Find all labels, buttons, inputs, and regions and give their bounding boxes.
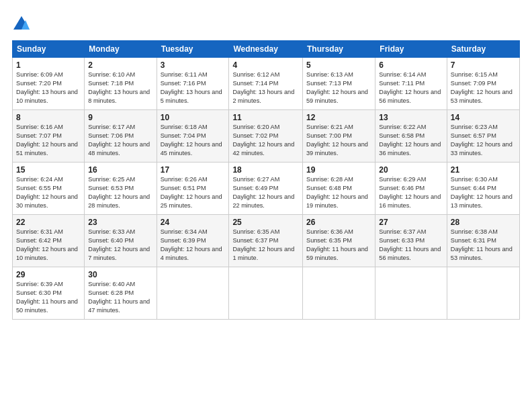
calendar-cell	[447, 267, 519, 320]
calendar-cell: 29Sunrise: 6:39 AMSunset: 6:30 PMDayligh…	[13, 267, 85, 320]
calendar-cell: 9Sunrise: 6:17 AMSunset: 7:06 PMDaylight…	[85, 110, 157, 163]
weekday-header-row: SundayMondayTuesdayWednesdayThursdayFrid…	[13, 41, 520, 58]
day-number: 8	[16, 113, 81, 122]
calendar-cell: 19Sunrise: 6:28 AMSunset: 6:48 PMDayligh…	[303, 163, 375, 215]
calendar-cell: 3Sunrise: 6:11 AMSunset: 7:16 PMDaylight…	[157, 58, 229, 110]
calendar-week-row: 8Sunrise: 6:16 AMSunset: 7:07 PMDaylight…	[13, 110, 520, 163]
day-number: 22	[16, 218, 81, 227]
day-number: 16	[88, 165, 152, 175]
calendar-cell: 15Sunrise: 6:24 AMSunset: 6:55 PMDayligh…	[13, 163, 85, 215]
calendar-week-row: 22Sunrise: 6:31 AMSunset: 6:42 PMDayligh…	[13, 215, 520, 267]
calendar-cell: 1Sunrise: 6:09 AMSunset: 7:20 PMDaylight…	[13, 58, 85, 110]
calendar-cell	[157, 267, 229, 320]
calendar-cell: 20Sunrise: 6:29 AMSunset: 6:46 PMDayligh…	[375, 163, 447, 215]
calendar-cell: 6Sunrise: 6:14 AMSunset: 7:11 PMDaylight…	[375, 58, 447, 110]
weekday-header-cell: Saturday	[447, 41, 519, 58]
calendar-cell: 10Sunrise: 6:18 AMSunset: 7:04 PMDayligh…	[157, 110, 229, 163]
calendar-cell: 22Sunrise: 6:31 AMSunset: 6:42 PMDayligh…	[13, 215, 85, 267]
calendar-cell	[303, 267, 375, 320]
calendar-cell: 14Sunrise: 6:23 AMSunset: 6:57 PMDayligh…	[447, 110, 519, 163]
calendar-cell: 5Sunrise: 6:13 AMSunset: 7:13 PMDaylight…	[303, 58, 375, 110]
day-detail: Sunrise: 6:25 AMSunset: 6:53 PMDaylight:…	[88, 176, 150, 209]
day-detail: Sunrise: 6:31 AMSunset: 6:42 PMDaylight:…	[16, 228, 78, 261]
calendar-week-row: 1Sunrise: 6:09 AMSunset: 7:20 PMDaylight…	[13, 58, 520, 110]
calendar-cell: 25Sunrise: 6:35 AMSunset: 6:37 PMDayligh…	[229, 215, 303, 267]
day-detail: Sunrise: 6:18 AMSunset: 7:04 PMDaylight:…	[161, 124, 222, 156]
day-detail: Sunrise: 6:10 AMSunset: 7:18 PMDaylight:…	[88, 71, 150, 104]
calendar-cell: 7Sunrise: 6:15 AMSunset: 7:09 PMDaylight…	[447, 58, 519, 110]
day-number: 23	[88, 218, 152, 227]
day-detail: Sunrise: 6:09 AMSunset: 7:20 PMDaylight:…	[16, 71, 78, 104]
weekday-header-cell: Thursday	[303, 41, 375, 58]
day-detail: Sunrise: 6:17 AMSunset: 7:06 PMDaylight:…	[88, 124, 150, 156]
day-number: 19	[306, 165, 371, 175]
logo	[12, 15, 32, 34]
day-number: 14	[451, 113, 516, 122]
day-detail: Sunrise: 6:33 AMSunset: 6:40 PMDaylight:…	[88, 228, 150, 261]
day-detail: Sunrise: 6:22 AMSunset: 6:58 PMDaylight:…	[379, 124, 441, 156]
day-detail: Sunrise: 6:40 AMSunset: 6:28 PMDaylight:…	[88, 281, 150, 314]
day-number: 4	[232, 60, 299, 70]
day-detail: Sunrise: 6:37 AMSunset: 6:33 PMDaylight:…	[379, 228, 441, 261]
weekday-header-cell: Sunday	[13, 41, 85, 58]
calendar-cell: 12Sunrise: 6:21 AMSunset: 7:00 PMDayligh…	[303, 110, 375, 163]
day-number: 28	[451, 218, 516, 227]
calendar-cell: 28Sunrise: 6:38 AMSunset: 6:31 PMDayligh…	[447, 215, 519, 267]
calendar-cell: 16Sunrise: 6:25 AMSunset: 6:53 PMDayligh…	[85, 163, 157, 215]
day-number: 2	[88, 60, 152, 70]
day-number: 12	[306, 113, 371, 122]
calendar-cell: 17Sunrise: 6:26 AMSunset: 6:51 PMDayligh…	[157, 163, 229, 215]
day-number: 18	[232, 165, 299, 175]
calendar-cell	[229, 267, 303, 320]
day-number: 29	[16, 270, 81, 279]
calendar-cell: 21Sunrise: 6:30 AMSunset: 6:44 PMDayligh…	[447, 163, 519, 215]
logo-icon	[12, 15, 31, 34]
calendar-cell: 4Sunrise: 6:12 AMSunset: 7:14 PMDaylight…	[229, 58, 303, 110]
calendar-body: 1Sunrise: 6:09 AMSunset: 7:20 PMDaylight…	[13, 58, 520, 320]
weekday-header-cell: Tuesday	[157, 41, 229, 58]
day-number: 13	[379, 113, 443, 122]
day-number: 7	[451, 60, 516, 70]
day-detail: Sunrise: 6:15 AMSunset: 7:09 PMDaylight:…	[451, 71, 513, 104]
calendar-cell: 24Sunrise: 6:34 AMSunset: 6:39 PMDayligh…	[157, 215, 229, 267]
calendar-cell: 11Sunrise: 6:20 AMSunset: 7:02 PMDayligh…	[229, 110, 303, 163]
day-detail: Sunrise: 6:26 AMSunset: 6:51 PMDaylight:…	[161, 176, 222, 209]
day-detail: Sunrise: 6:16 AMSunset: 7:07 PMDaylight:…	[16, 124, 78, 156]
day-number: 9	[88, 113, 152, 122]
day-number: 30	[88, 270, 152, 279]
day-number: 24	[161, 218, 226, 227]
day-detail: Sunrise: 6:39 AMSunset: 6:30 PMDaylight:…	[16, 281, 78, 314]
day-detail: Sunrise: 6:14 AMSunset: 7:11 PMDaylight:…	[379, 71, 441, 104]
day-detail: Sunrise: 6:24 AMSunset: 6:55 PMDaylight:…	[16, 176, 78, 209]
day-detail: Sunrise: 6:12 AMSunset: 7:14 PMDaylight:…	[232, 71, 294, 104]
day-detail: Sunrise: 6:28 AMSunset: 6:48 PMDaylight:…	[306, 176, 368, 209]
day-number: 26	[306, 218, 371, 227]
day-detail: Sunrise: 6:21 AMSunset: 7:00 PMDaylight:…	[306, 124, 368, 156]
calendar-cell: 30Sunrise: 6:40 AMSunset: 6:28 PMDayligh…	[85, 267, 157, 320]
page: SundayMondayTuesdayWednesdayThursdayFrid…	[0, 0, 532, 411]
weekday-header-cell: Monday	[85, 41, 157, 58]
day-number: 20	[379, 165, 443, 175]
calendar-cell: 2Sunrise: 6:10 AMSunset: 7:18 PMDaylight…	[85, 58, 157, 110]
day-number: 17	[161, 165, 226, 175]
day-detail: Sunrise: 6:13 AMSunset: 7:13 PMDaylight:…	[306, 71, 368, 104]
header-area	[12, 12, 520, 34]
calendar-cell: 18Sunrise: 6:27 AMSunset: 6:49 PMDayligh…	[229, 163, 303, 215]
calendar-cell: 23Sunrise: 6:33 AMSunset: 6:40 PMDayligh…	[85, 215, 157, 267]
day-detail: Sunrise: 6:20 AMSunset: 7:02 PMDaylight:…	[232, 124, 294, 156]
day-detail: Sunrise: 6:38 AMSunset: 6:31 PMDaylight:…	[451, 228, 513, 261]
calendar-table: SundayMondayTuesdayWednesdayThursdayFrid…	[12, 40, 520, 320]
day-number: 11	[232, 113, 299, 122]
day-detail: Sunrise: 6:11 AMSunset: 7:16 PMDaylight:…	[161, 71, 222, 104]
day-detail: Sunrise: 6:30 AMSunset: 6:44 PMDaylight:…	[451, 176, 513, 209]
calendar-cell: 8Sunrise: 6:16 AMSunset: 7:07 PMDaylight…	[13, 110, 85, 163]
calendar-cell	[375, 267, 447, 320]
calendar-week-row: 15Sunrise: 6:24 AMSunset: 6:55 PMDayligh…	[13, 163, 520, 215]
day-number: 3	[161, 60, 226, 70]
day-number: 10	[161, 113, 226, 122]
day-detail: Sunrise: 6:36 AMSunset: 6:35 PMDaylight:…	[306, 228, 368, 261]
calendar-cell: 27Sunrise: 6:37 AMSunset: 6:33 PMDayligh…	[375, 215, 447, 267]
day-number: 1	[16, 60, 81, 70]
calendar-cell: 26Sunrise: 6:36 AMSunset: 6:35 PMDayligh…	[303, 215, 375, 267]
day-number: 5	[306, 60, 371, 70]
